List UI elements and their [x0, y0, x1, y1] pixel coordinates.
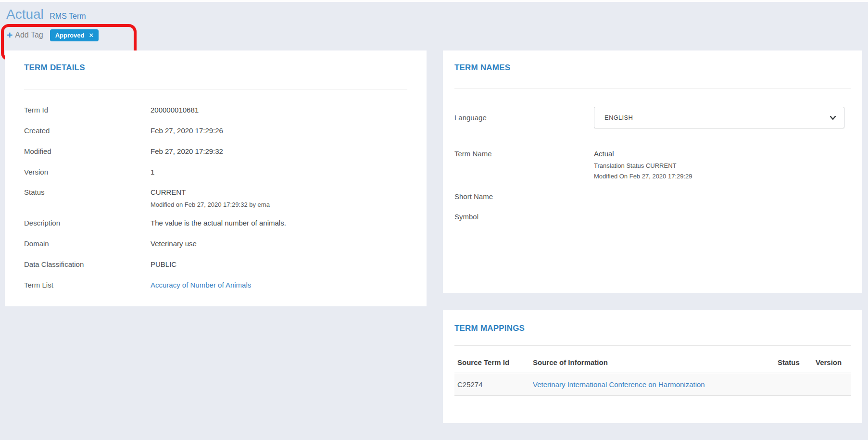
divider: [454, 88, 851, 88]
field-value-status: CURRENT: [151, 188, 186, 196]
tag-approved-badge[interactable]: Approved ✕: [50, 29, 99, 41]
language-selected-value: ENGLISH: [594, 114, 633, 121]
top-strip: [0, 0, 868, 2]
field-label-domain: Domain: [24, 239, 49, 248]
language-select[interactable]: ENGLISH: [594, 107, 844, 128]
symbol-label: Symbol: [454, 213, 478, 221]
divider: [454, 345, 851, 346]
table-row: C25274 Veterinary International Conferen…: [454, 373, 851, 396]
column-header-version: Version: [813, 358, 851, 366]
column-header-status: Status: [775, 358, 813, 366]
divider: [24, 89, 407, 89]
term-mappings-panel: TERM MAPPINGS Source Term Id Source of I…: [443, 310, 862, 423]
term-details-panel: TERM DETAILS Term Id 200000010681 Create…: [5, 50, 427, 306]
page-subtitle: RMS Term: [50, 12, 86, 20]
term-mappings-table: Source Term Id Source of Information Sta…: [454, 358, 851, 396]
field-value-modified: Feb 27, 2020 17:29:32: [151, 147, 223, 155]
translation-status-note: Translation Status CURRENT: [594, 162, 676, 169]
field-value-term-id: 200000010681: [151, 106, 199, 114]
plus-icon[interactable]: +: [7, 29, 13, 41]
field-label-modified: Modified: [24, 147, 51, 155]
cell-source-term-id: C25274: [454, 380, 530, 389]
tag-approved-label: Approved: [55, 32, 85, 39]
chevron-down-icon: [830, 114, 836, 123]
field-label-description: Description: [24, 219, 60, 227]
add-tag-row: + Add Tag Approved ✕: [7, 29, 99, 41]
field-label-data-classification: Data Classification: [24, 260, 84, 268]
field-value-data-classification: PUBLIC: [151, 260, 176, 268]
term-name-label: Term Name: [454, 150, 492, 158]
field-value-version: 1: [151, 168, 154, 176]
tag-remove-icon[interactable]: ✕: [88, 32, 94, 39]
field-label-term-id: Term Id: [24, 106, 48, 114]
term-names-panel: TERM NAMES Language ENGLISH Term Name Ac…: [443, 50, 862, 293]
source-of-information-link[interactable]: Veterinary International Conference on H…: [533, 380, 705, 389]
column-header-source-of-information: Source of Information: [530, 358, 775, 366]
term-names-title: TERM NAMES: [454, 63, 510, 73]
field-value-description: The value is the actual number of animal…: [151, 219, 286, 227]
short-name-label: Short Name: [454, 192, 493, 201]
field-value-created: Feb 27, 2020 17:29:26: [151, 126, 223, 135]
column-header-source-term-id: Source Term Id: [454, 358, 530, 366]
term-name-modified-note: Modified On Feb 27, 2020 17:29:29: [594, 173, 692, 180]
language-label: Language: [454, 113, 487, 122]
field-label-term-list: Term List: [24, 281, 53, 289]
add-tag-button[interactable]: Add Tag: [15, 31, 43, 39]
term-name-value: Actual: [594, 150, 614, 158]
field-label-status: Status: [24, 188, 45, 196]
field-label-version: Version: [24, 168, 48, 176]
page-header: Actual RMS Term: [6, 7, 86, 22]
field-label-created: Created: [24, 126, 50, 135]
field-value-domain: Veterinary use: [151, 239, 197, 248]
table-header-row: Source Term Id Source of Information Sta…: [454, 358, 851, 373]
term-list-link[interactable]: Accuracy of Number of Animals: [151, 281, 251, 289]
page-title: Actual: [6, 7, 44, 22]
field-status-modified-note: Modified on Feb 27, 2020 17:29:32 by ema: [151, 201, 270, 208]
term-mappings-title: TERM MAPPINGS: [454, 324, 525, 333]
term-details-title: TERM DETAILS: [24, 63, 85, 73]
